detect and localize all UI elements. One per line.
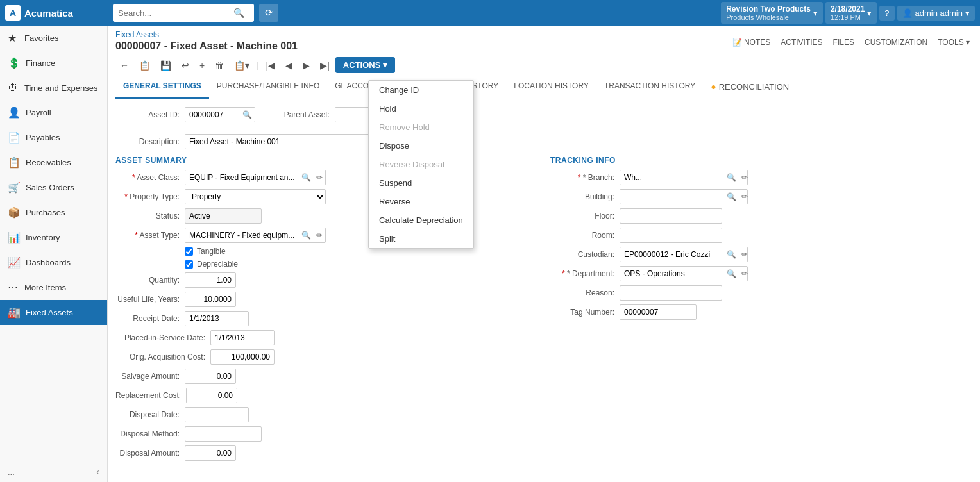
- company-selector[interactable]: Revision Two Products Products Wholesale…: [721, 2, 823, 24]
- department-input[interactable]: [620, 267, 724, 280]
- sidebar-item-dashboards[interactable]: 📈 Dashboards: [0, 250, 107, 275]
- menu-item-dispose[interactable]: Dispose: [369, 137, 473, 155]
- sidebar-item-purchases[interactable]: 📦 Purchases: [0, 200, 107, 225]
- sidebar-item-favorites[interactable]: ★ Favorites: [0, 26, 107, 51]
- property-type-select[interactable]: Property: [185, 189, 326, 204]
- app-logo[interactable]: A: [5, 5, 21, 21]
- custodian-input[interactable]: [620, 248, 724, 261]
- sidebar-item-sales-orders[interactable]: 🛒 Sales Orders: [0, 175, 107, 200]
- search-icon[interactable]: 🔍: [233, 8, 244, 18]
- reason-input[interactable]: [620, 285, 722, 301]
- last-record-button[interactable]: ▶|: [316, 58, 334, 73]
- menu-item-change-id[interactable]: Change ID: [369, 81, 473, 99]
- orig-acq-cost-input[interactable]: [210, 349, 275, 365]
- building-field[interactable]: 🔍 ✏: [620, 189, 748, 204]
- branch-input[interactable]: [620, 171, 724, 184]
- back-button[interactable]: ←: [115, 58, 133, 73]
- building-input[interactable]: [620, 190, 724, 203]
- floor-input[interactable]: [620, 208, 722, 224]
- placed-in-service-input[interactable]: [210, 330, 275, 345]
- department-edit-icon[interactable]: ✏: [739, 268, 750, 279]
- depreciable-label[interactable]: Depreciable: [197, 260, 238, 269]
- asset-type-field[interactable]: 🔍 ✏: [185, 228, 326, 243]
- menu-item-calculate-depreciation[interactable]: Calculate Depreciation: [369, 211, 473, 229]
- asset-type-edit-icon[interactable]: ✏: [314, 229, 325, 241]
- breadcrumb[interactable]: Fixed Assets: [115, 30, 159, 39]
- sidebar-item-finance[interactable]: 💲 Finance: [0, 51, 107, 76]
- building-edit-icon[interactable]: ✏: [739, 191, 750, 203]
- quantity-input[interactable]: [185, 272, 236, 288]
- sidebar-item-payables[interactable]: 📄 Payables: [0, 125, 107, 150]
- files-button[interactable]: FILES: [831, 37, 857, 48]
- building-search-icon[interactable]: 🔍: [724, 191, 739, 203]
- paste-button[interactable]: 📋▾: [230, 58, 254, 73]
- menu-item-hold[interactable]: Hold: [369, 99, 473, 118]
- asset-type-input[interactable]: [185, 229, 299, 242]
- undo-button[interactable]: ↩: [177, 58, 194, 73]
- first-record-button[interactable]: |◀: [262, 58, 280, 73]
- date-selector[interactable]: 2/18/2021 12:19 PM ▾: [825, 2, 877, 24]
- delete-button[interactable]: 🗑: [210, 58, 228, 73]
- custodian-search-icon[interactable]: 🔍: [724, 249, 739, 260]
- copy-button[interactable]: 📋: [135, 58, 155, 73]
- orig-acq-cost-label: Orig. Acquisition Cost:: [115, 353, 205, 362]
- asset-class-input[interactable]: [185, 171, 299, 184]
- disposal-method-input[interactable]: [185, 426, 262, 442]
- prev-record-button[interactable]: ◀: [281, 58, 297, 73]
- history-button[interactable]: ⟳: [259, 4, 278, 22]
- asset-id-input[interactable]: [185, 108, 240, 121]
- sidebar-item-payroll[interactable]: 👤 Payroll: [0, 100, 107, 125]
- next-record-button[interactable]: ▶: [298, 58, 314, 73]
- help-button[interactable]: ?: [879, 6, 894, 21]
- customization-button[interactable]: CUSTOMIZATION: [862, 37, 930, 48]
- custodian-edit-icon[interactable]: ✏: [739, 249, 750, 260]
- sidebar-item-more-items[interactable]: ⋯ More Items: [0, 275, 107, 300]
- asset-class-search-icon[interactable]: 🔍: [299, 172, 314, 183]
- asset-class-field[interactable]: 🔍 ✏: [185, 170, 326, 185]
- tab-transaction-history[interactable]: TRANSACTION HISTORY: [596, 76, 703, 99]
- actions-dropdown-button[interactable]: ACTIONS ▾: [335, 57, 395, 73]
- asset-class-edit-icon[interactable]: ✏: [314, 172, 325, 183]
- useful-life-input[interactable]: [185, 292, 236, 307]
- notes-button[interactable]: 📝 NOTES: [730, 37, 773, 48]
- sidebar-item-receivables[interactable]: 📋 Receivables: [0, 150, 107, 175]
- sidebar-collapse-button[interactable]: ‹: [96, 467, 99, 477]
- asset-id-search-icon[interactable]: 🔍: [240, 109, 255, 120]
- sidebar-item-inventory[interactable]: 📊 Inventory: [0, 225, 107, 250]
- replacement-cost-input[interactable]: [186, 388, 237, 403]
- activities-button[interactable]: ACTIVITIES: [778, 37, 825, 48]
- asset-type-search-icon[interactable]: 🔍: [299, 229, 314, 241]
- disposal-amount-input[interactable]: [185, 445, 236, 461]
- menu-item-suspend[interactable]: Suspend: [369, 174, 473, 192]
- search-input[interactable]: [118, 8, 233, 18]
- tab-general-settings[interactable]: GENERAL SETTINGS: [115, 76, 209, 99]
- asset-id-field[interactable]: 🔍: [185, 107, 255, 122]
- sidebar-item-fixed-assets[interactable]: 🏭 Fixed Assets: [0, 300, 107, 325]
- branch-search-icon[interactable]: 🔍: [724, 172, 739, 183]
- menu-item-split[interactable]: Split: [369, 229, 473, 248]
- description-input[interactable]: [185, 134, 377, 149]
- tools-button[interactable]: TOOLS ▾: [935, 37, 972, 48]
- tangible-checkbox[interactable]: [185, 247, 193, 256]
- save-button[interactable]: 💾: [156, 58, 176, 73]
- depreciable-checkbox[interactable]: [185, 260, 193, 269]
- salvage-amount-input[interactable]: [185, 369, 236, 384]
- custodian-field[interactable]: 🔍 ✏: [620, 247, 748, 262]
- user-button[interactable]: 👤 admin admin ▾: [897, 6, 975, 21]
- menu-item-reverse[interactable]: Reverse: [369, 192, 473, 211]
- sidebar-more-label[interactable]: ...: [8, 467, 15, 477]
- tab-purchase-tangible[interactable]: PURCHASE/TANGIBLE INFO: [209, 76, 327, 99]
- add-button[interactable]: +: [195, 58, 209, 73]
- department-field[interactable]: 🔍 ✏: [620, 266, 748, 281]
- room-input[interactable]: [620, 228, 722, 243]
- department-search-icon[interactable]: 🔍: [724, 268, 739, 279]
- tab-reconciliation[interactable]: ● RECONCILIATION: [703, 76, 797, 99]
- tangible-label[interactable]: Tangible: [197, 247, 226, 256]
- branch-edit-icon[interactable]: ✏: [739, 172, 750, 183]
- tag-number-input[interactable]: [620, 304, 697, 320]
- disposal-date-input[interactable]: [185, 407, 249, 422]
- receipt-date-input[interactable]: [185, 311, 249, 326]
- sidebar-item-time-expenses[interactable]: ⏱ Time and Expenses: [0, 76, 107, 100]
- branch-field[interactable]: 🔍 ✏: [620, 170, 748, 185]
- tab-location-history[interactable]: LOCATION HISTORY: [506, 76, 596, 99]
